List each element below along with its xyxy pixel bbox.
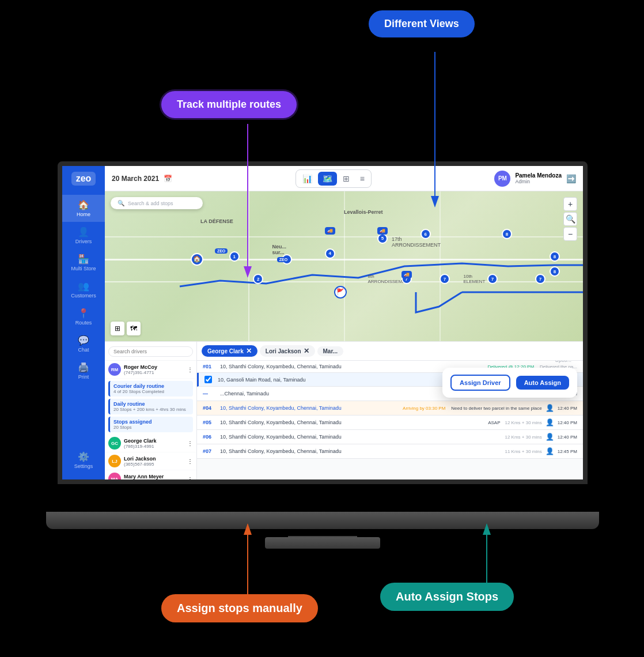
route-card-daily-title: Daily routine: [113, 401, 190, 407]
route-card-courier[interactable]: Courier daily routine 4 of 20 Stops Comp…: [108, 381, 193, 397]
list-view-btn[interactable]: ≡: [355, 172, 369, 186]
map-background: LA DÉFENSE Neu... sur... Levallois-Perre…: [105, 191, 583, 341]
sidebar-item-customers[interactable]: 👥 Customers: [62, 276, 105, 303]
stop-row-5: #05 10, Shanthi Colony, Koyambedu, Chenn…: [197, 416, 583, 430]
route-card-stops[interactable]: Stops assigned 20 Stops: [108, 417, 193, 432]
stop-time-4: 12:40 PM: [558, 406, 577, 411]
driver-phone-roger: (747)391-4771: [124, 370, 187, 375]
laptop-base: [46, 512, 599, 529]
map-pin-13: 8: [550, 266, 560, 277]
driver-tab-mar[interactable]: Mar...: [317, 346, 344, 356]
driver-item-roger[interactable]: RM Roger McCoy (747)391-4771 ⋮: [105, 361, 196, 379]
driver-actions-mary: ⋮: [187, 476, 193, 480]
date-selector[interactable]: 20 March 2021 📅: [112, 175, 172, 183]
driver-item-george[interactable]: GC George Clark (786)319-4991 ⋮: [105, 435, 196, 452]
sidebar-item-drivers[interactable]: 👤 Drivers: [62, 222, 105, 249]
route-card-stops-sub: 20 Stops: [113, 425, 190, 430]
stop-time-5: 12:40 PM: [558, 420, 577, 425]
chart-view-btn[interactable]: 📊: [298, 172, 317, 186]
map-pin-4: 4: [325, 248, 335, 259]
expand-icon[interactable]: ⊞: [111, 322, 124, 335]
sidebar-item-chat[interactable]: 💬 Chat: [62, 330, 105, 357]
grid-view-btn[interactable]: ⊞: [338, 172, 354, 186]
driver-tab-lori[interactable]: Lori Jackson ✕: [260, 345, 315, 357]
driver-avatar-roger: RM: [108, 363, 121, 376]
map-zoom-controls: + 🔍 −: [563, 197, 577, 241]
route-card-courier-title: Courier daily routine: [113, 383, 190, 389]
assign-driver-popup: Upco... Assign Driver Auto Assign: [442, 368, 577, 398]
route-card-daily[interactable]: Daily routine 20 Stops + 200 kms + 4hrs …: [108, 399, 193, 414]
driver-status-roger: ⋮: [187, 367, 193, 373]
driver-avatar-mary: MA: [108, 473, 121, 479]
zeo-label-1: ZEO: [215, 248, 228, 254]
sidebar-item-routes[interactable]: 📍 Routes: [62, 303, 105, 330]
customers-icon: 👥: [78, 281, 89, 292]
stop-status-5: ASAP: [488, 420, 500, 425]
assign-driver-btn[interactable]: Assign Driver: [450, 375, 510, 391]
map-pin-5: 5: [377, 233, 388, 244]
driver-name-lori: Lori Jackson: [124, 456, 187, 462]
stop-status-4: Arriving by 03:30 PM: [403, 406, 445, 411]
sidebar-label-home: Home: [77, 212, 90, 217]
auto-assign-btn[interactable]: Auto Assign: [516, 376, 569, 390]
home-icon: 🏠: [78, 199, 89, 210]
driver-name-george: George Clark: [124, 438, 187, 444]
stop-num-4: #04: [203, 405, 217, 411]
driver-tabs: George Clark ✕ Lori Jackson ✕ Mar...: [197, 342, 583, 361]
zoom-out-btn[interactable]: −: [563, 227, 577, 241]
map-bottom-controls: ⊞ 🗺: [111, 322, 141, 335]
stop-row-7: #07 10, Shanthi Colony, Koyambedu, Chenn…: [197, 444, 583, 459]
stop-row-6: #06 10, Shanthi Colony, Koyambedu, Chenn…: [197, 430, 583, 444]
stop-sub-5: 12 Kms + 30 mins: [505, 420, 542, 425]
layers-icon[interactable]: 🗺: [127, 322, 141, 335]
driver-item-lori[interactable]: LJ Lori Jackson (365)567-8995 ⋮: [105, 452, 196, 470]
home-pin: 🏠: [191, 253, 203, 266]
driver-item-mary[interactable]: MA Mary Ann Meyer (388)491-4348 ⋮: [105, 470, 196, 479]
map-pin-7: 8: [502, 229, 512, 239]
zoom-in-btn[interactable]: +: [563, 197, 577, 211]
main-content: 20 March 2021 📅 📊 🗺️ ⊞ ≡ PM Pamela Mendo…: [105, 166, 583, 479]
sidebar-item-multistore[interactable]: 🏪 Multi Store: [62, 249, 105, 276]
stop-status-7: 11 Kms + 30 mins: [505, 449, 542, 454]
driver-tab-george[interactable]: George Clark ✕: [202, 345, 257, 357]
driver-tab-lori-close[interactable]: ✕: [304, 347, 309, 355]
auto-assign-bubble: Auto Assign Stops: [380, 583, 514, 611]
calendar-icon[interactable]: 📅: [164, 175, 172, 183]
stop-checkbox-2[interactable]: [204, 376, 212, 383]
zoom-icon: 🔍: [563, 212, 577, 226]
sidebar: zeo 🏠 Home 👤 Drivers 🏪 Multi Store 👥 Cus…: [62, 166, 105, 479]
stop-address-5: 10, Shanthi Colony, Koyambedu, Chennai, …: [220, 420, 484, 425]
upcoming-label: Upco...: [555, 361, 571, 363]
sidebar-item-print[interactable]: 🖨️ Print: [62, 357, 105, 384]
date-text: 20 March 2021: [112, 175, 159, 183]
settings-icon: ⚙️: [78, 451, 89, 462]
view-controls: 📊 🗺️ ⊞ ≡: [296, 169, 372, 188]
stop-num-1: #01: [203, 364, 217, 369]
truck-3: 🚚: [401, 271, 412, 278]
stop-num-7: #07: [203, 448, 217, 454]
sidebar-label-settings: Settings: [74, 463, 93, 469]
track-routes-bubble: Track multiple routes: [161, 91, 297, 118]
sidebar-item-home[interactable]: 🏠 Home: [62, 195, 105, 222]
map-search[interactable]: 🔍 Search & add stops: [111, 197, 203, 209]
stop-num-3: —: [203, 391, 217, 397]
sidebar-label-print: Print: [78, 374, 89, 380]
drivers-search-input[interactable]: [108, 346, 193, 357]
map-pin-11: 7: [535, 274, 545, 284]
stop-num-6: #06: [203, 434, 217, 440]
assign-manual-bubble: Assign stops manually: [161, 594, 318, 622]
sidebar-item-settings[interactable]: ⚙️ Settings: [62, 447, 105, 474]
driver-tab-george-close[interactable]: ✕: [246, 347, 252, 355]
user-initials: PM: [498, 175, 507, 182]
top-bar: 20 March 2021 📅 📊 🗺️ ⊞ ≡ PM Pamela Mendo…: [105, 166, 583, 191]
print-icon: 🖨️: [78, 362, 89, 373]
drivers-icon: 👤: [78, 226, 89, 237]
bottom-panel: RM Roger McCoy (747)391-4771 ⋮ Courier d…: [105, 341, 583, 479]
map-view-btn[interactable]: 🗺️: [318, 172, 337, 186]
user-info: PM Pamela Mendoza Admin ➡️: [494, 171, 576, 187]
stop-person-6: 👤: [545, 433, 554, 441]
stop-row-4: #04 10, Shanthi Colony, Koyambedu, Chenn…: [197, 401, 583, 416]
drivers-search: [105, 342, 196, 361]
route-card-stops-title: Stops assigned: [113, 419, 190, 425]
logout-btn[interactable]: ➡️: [566, 174, 576, 183]
